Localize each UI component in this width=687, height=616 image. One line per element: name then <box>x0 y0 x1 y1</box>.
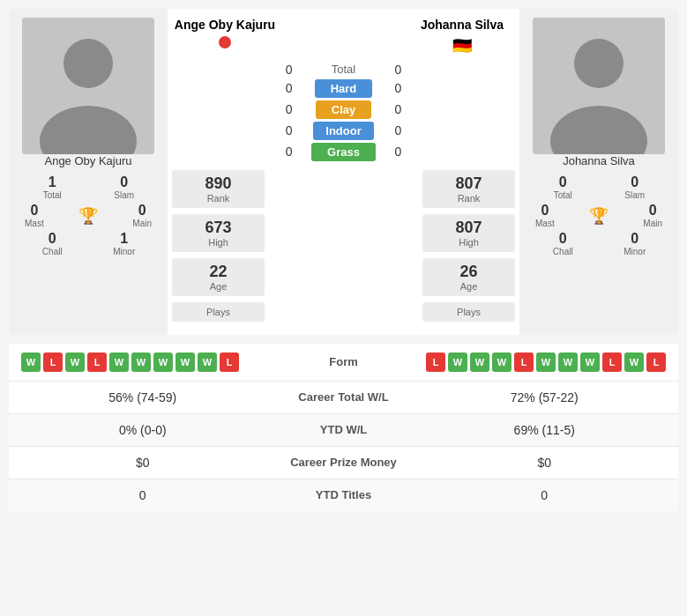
comp-center-label: YTD Titles <box>265 488 423 501</box>
comp-left-val: 0 <box>21 488 265 502</box>
left-slam-val: 0 <box>90 174 160 190</box>
plays-row: Plays Plays <box>172 301 515 323</box>
form-badge-left: W <box>153 353 173 372</box>
hard-right-score: 0 <box>388 81 516 95</box>
comparison-row: 0% (0-0) YTD W/L 69% (11-5) <box>9 414 678 447</box>
right-high-lbl: High <box>427 237 511 248</box>
left-trophy: 🏆 <box>78 206 98 226</box>
center-left-name: Ange Oby Kajuru <box>172 18 278 33</box>
right-player-name: Johanna Silva <box>563 154 635 167</box>
main-container: Ange Oby Kajuru 1 Total 0 Slam 0 Mast 🏆 <box>0 0 687 520</box>
hard-button[interactable]: Hard <box>315 79 373 98</box>
clay-right-score: 0 <box>388 102 516 116</box>
clay-button[interactable]: Clay <box>316 100 371 119</box>
indoor-button[interactable]: Indoor <box>313 122 373 140</box>
svg-point-1 <box>63 39 113 88</box>
left-chall-lbl: Chall <box>18 247 87 256</box>
right-chall-val: 0 <box>528 231 598 247</box>
right-main-val: 0 <box>643 203 662 219</box>
left-high-num: 673 <box>176 219 260 237</box>
right-mast-val: 0 <box>535 203 555 219</box>
left-high-box: 673 High <box>172 214 265 252</box>
comparison-row: 0 YTD Titles 0 <box>9 479 678 511</box>
right-high-num: 807 <box>427 219 511 237</box>
left-rank-box: 890 Rank <box>172 170 265 208</box>
right-age-lbl: Age <box>427 281 511 292</box>
clay-left-score: 0 <box>172 102 300 116</box>
form-badge-right: L <box>602 353 622 372</box>
right-form: LWWWLWWWLWL <box>423 353 667 372</box>
right-minor-val: 0 <box>601 231 670 247</box>
right-chall-stat: 0 Chall <box>528 231 598 256</box>
right-flag: 🇩🇪 <box>409 36 515 56</box>
left-mast-lbl: Mast <box>25 219 44 228</box>
left-minor-lbl: Minor <box>90 247 160 256</box>
comp-left-val: 0% (0-0) <box>21 423 265 437</box>
form-badge-left: L <box>220 353 239 372</box>
comp-right-val: 69% (11-5) <box>423 423 667 437</box>
form-badge-right: W <box>448 353 467 372</box>
left-chall-val: 0 <box>18 231 87 247</box>
right-slam-lbl: Slam <box>601 190 670 200</box>
comparison-row: $0 Career Prize Money $0 <box>9 447 678 479</box>
grass-left-score: 0 <box>172 145 300 159</box>
center-names: Ange Oby Kajuru Johanna Silva <box>172 18 515 33</box>
right-rank-box: 807 Rank <box>422 170 515 208</box>
right-rank-num: 807 <box>427 174 511 193</box>
comp-right-val: $0 <box>423 456 667 470</box>
left-rank-num: 890 <box>176 174 260 193</box>
right-slam-val: 0 <box>601 174 670 190</box>
left-main-stat: 0 Main <box>132 203 152 228</box>
comp-right-val: 0 <box>423 488 667 502</box>
trophy-icon-left: 🏆 <box>78 206 98 226</box>
grass-button[interactable]: Grass <box>311 143 376 161</box>
form-label: Form <box>265 355 423 368</box>
left-player-bottom-stats: 0 Chall 1 Minor <box>18 231 159 256</box>
form-badge-right: W <box>624 353 644 372</box>
hard-btn-wrap: Hard <box>300 79 388 98</box>
left-player-card: Ange Oby Kajuru 1 Total 0 Slam 0 Mast 🏆 <box>9 9 168 335</box>
right-minor-stat: 0 Minor <box>601 231 670 256</box>
form-badge-right: L <box>426 353 445 372</box>
right-total-stat: 0 Total <box>528 174 598 200</box>
form-badge-left: W <box>65 353 85 372</box>
right-age-box: 26 Age <box>422 258 515 296</box>
right-rank-lbl: Rank <box>427 193 511 204</box>
indoor-row: 0 Indoor 0 <box>172 122 515 140</box>
indoor-btn-wrap: Indoor <box>300 122 388 140</box>
left-form: WLWLWWWWWL <box>21 353 265 372</box>
left-mast-val: 0 <box>25 203 44 219</box>
right-chall-lbl: Chall <box>528 247 598 256</box>
left-chall-stat: 0 Chall <box>18 231 87 256</box>
right-mast-lbl: Mast <box>535 219 555 228</box>
left-main-lbl: Main <box>132 219 152 228</box>
left-high-lbl: High <box>176 237 260 248</box>
center-right-name: Johanna Silva <box>409 18 515 33</box>
left-slam-lbl: Slam <box>90 190 160 200</box>
form-badge-left: W <box>175 353 195 372</box>
left-age-box: 22 Age <box>172 258 265 296</box>
form-badge-left: W <box>21 353 41 372</box>
right-trophy: 🏆 <box>589 206 609 226</box>
age-row: 22 Age 26 Age <box>172 256 515 298</box>
right-player-bottom-stats: 0 Chall 0 Minor <box>528 231 669 256</box>
total-right-score: 0 <box>388 63 516 77</box>
right-mast-stat: 0 Mast <box>535 203 555 228</box>
form-badge-right: L <box>514 353 534 372</box>
right-total-val: 0 <box>528 174 598 190</box>
form-badge-right: W <box>492 353 512 372</box>
left-minor-val: 1 <box>90 231 160 247</box>
left-mast-row: 0 Mast 🏆 0 Main <box>18 200 159 231</box>
right-player-top-stats: 0 Total 0 Slam <box>528 174 669 200</box>
right-slam-stat: 0 Slam <box>601 174 670 200</box>
comp-center-label: Career Total W/L <box>265 390 423 404</box>
left-flag <box>172 36 278 56</box>
comparison-row: 56% (74-59) Career Total W/L 72% (57-22) <box>9 382 678 414</box>
grass-btn-wrap: Grass <box>300 143 388 161</box>
comp-left-val: 56% (74-59) <box>21 390 265 404</box>
indoor-left-score: 0 <box>172 123 300 137</box>
total-left-score: 0 <box>172 63 300 77</box>
indoor-right-score: 0 <box>388 123 516 137</box>
form-badge-left: W <box>198 353 217 372</box>
trophy-icon-right: 🏆 <box>589 206 609 226</box>
